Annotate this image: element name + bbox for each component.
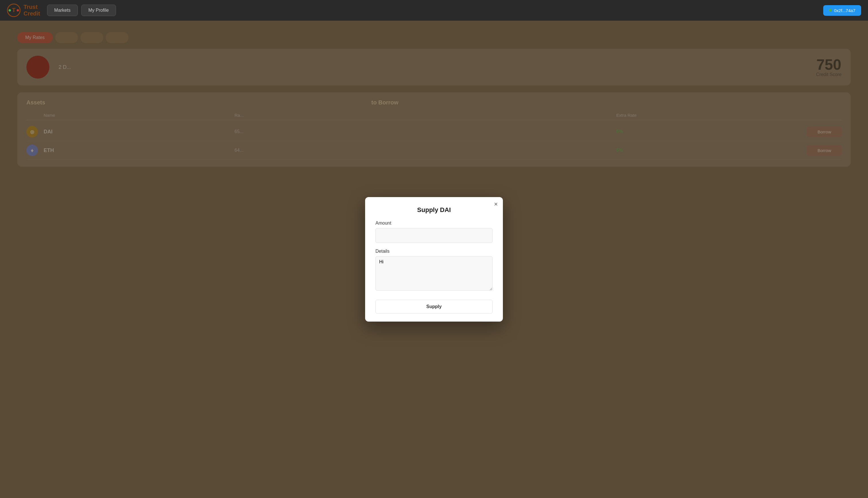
supply-dai-modal: × Supply DAI Amount Details Hi Supply [365,197,503,322]
supply-button[interactable]: Supply [375,300,493,314]
wallet-button[interactable]: 0x2f...74a7 [823,5,861,16]
amount-input[interactable] [375,228,493,243]
modal-close-button[interactable]: × [494,201,498,207]
svg-text:T: T [12,7,15,13]
trust-credit-logo-icon: T [7,3,21,17]
svg-point-2 [9,9,11,12]
my-profile-nav-button[interactable]: My Profile [81,4,116,16]
details-textarea[interactable]: Hi [375,256,493,291]
modal-title: Supply DAI [375,206,493,214]
details-label: Details [375,249,493,254]
navbar: T Trust Credit Markets My Profile 0x2f..… [0,0,868,21]
logo-area: T Trust Credit [7,3,40,17]
logo-text: Trust Credit [24,4,40,17]
markets-nav-button[interactable]: Markets [47,4,78,16]
wallet-address-label: 0x2f...74a7 [834,8,855,13]
modal-overlay: × Supply DAI Amount Details Hi Supply [0,21,868,498]
wallet-status-dot [829,9,832,12]
svg-point-3 [17,9,19,12]
amount-label: Amount [375,221,493,226]
